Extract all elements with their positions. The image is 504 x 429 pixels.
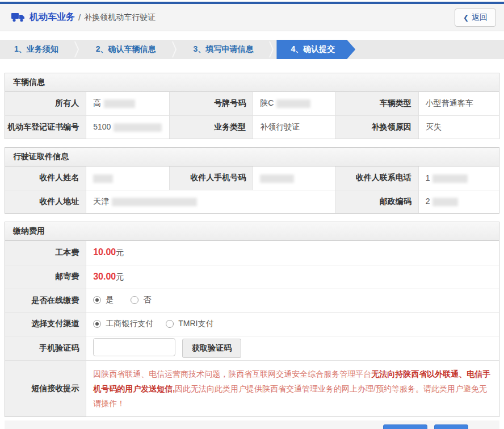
app-title: 机动车业务 (30, 11, 75, 23)
step-separator-icon (170, 40, 179, 59)
table-row: 所有人 高 号牌号码 陕C 车辆类型 小型普通客车 (5, 92, 499, 115)
table-row: 短信接收提示 因陕西省联通、电信运营商技术问题，陕西省互联网交通安全综合服务管理… (5, 360, 499, 416)
step-separator-icon (267, 40, 276, 59)
redacted-value (112, 198, 197, 206)
truck-icon (11, 12, 25, 23)
postage-fee-amount: 30.00 (93, 272, 116, 281)
business-type-label: 业务类型 (170, 115, 253, 139)
plate-number-value: 陕C (253, 92, 335, 115)
channel-icbc-label: 工商银行支付 (106, 319, 153, 329)
vehicle-info-table: 所有人 高 号牌号码 陕C 车辆类型 小型普通客车 机动车登记证书编号 5100… (5, 92, 499, 139)
table-row: 是否在线缴费 是 否 (5, 289, 499, 312)
postage-fee-label: 邮寄费 (5, 265, 86, 289)
work-fee-amount: 10.00 (93, 247, 116, 257)
delivery-info-title: 行驶证取件信息 (5, 148, 499, 166)
postcode-value: 2 (418, 190, 499, 213)
recipient-name-value (86, 166, 170, 190)
redacted-value (432, 174, 468, 183)
recipient-address-value: 天津 (86, 190, 335, 213)
online-pay-no-label: 否 (143, 295, 151, 305)
notice-text-part1: 因陕西省联通、电信运营商技术问题，陕西省互联网交通安全综合服务管理平台 (93, 369, 371, 378)
postcode-label: 邮政编码 (335, 190, 418, 213)
back-button[interactable]: ❮ 返回 (455, 9, 496, 27)
redacted-value (104, 99, 135, 108)
pay-channel-label: 选择支付渠道 (5, 312, 86, 336)
get-code-button[interactable]: 获取验证码 (182, 339, 241, 358)
page-header: 机动车业务 / 补换领机动车行驶证 ❮ 返回 (0, 4, 504, 31)
online-pay-yes-radio[interactable]: 是 (93, 295, 114, 305)
fee-unit: 元 (116, 248, 124, 257)
payment-table: 工本费 10.00元 邮寄费 30.00元 是否在线缴费 是 (5, 241, 499, 416)
page-title: 补换领机动车行驶证 (84, 13, 156, 23)
previous-step-button[interactable]: 上一步 (383, 424, 427, 429)
channel-tmri-radio[interactable]: TMRI支付 (166, 319, 213, 329)
breadcrumb-separator: / (78, 13, 81, 22)
channel-tmri-label: TMRI支付 (178, 319, 213, 329)
step-4-confirm-submit[interactable]: 4、确认提交 (276, 40, 355, 59)
recipient-name-label: 收件人姓名 (5, 166, 86, 190)
vehicle-type-value: 小型普通客车 (418, 92, 499, 115)
online-pay-label: 是否在线缴费 (5, 289, 86, 312)
sms-notice-text: 因陕西省联通、电信运营商技术问题，陕西省互联网交通安全综合服务管理平台无法向持陕… (86, 360, 499, 416)
table-row: 手机验证码 获取验证码 (5, 336, 499, 360)
radio-unchecked-icon (131, 296, 138, 304)
work-fee-value: 10.00元 (86, 241, 499, 265)
redacted-value (276, 99, 310, 108)
step-3-label: 3、填写申请信息 (194, 44, 254, 55)
delivery-info-table: 收件人姓名 收件人手机号码 收件人联系电话 1 收件人地址 天津 邮政编码 2 (5, 166, 499, 213)
footer-action-bar: 上一步 完成 (5, 420, 499, 429)
radio-checked-icon (93, 320, 101, 328)
recipient-mobile-value (253, 166, 335, 190)
register-cert-label: 机动车登记证书编号 (5, 115, 86, 139)
online-pay-yes-label: 是 (106, 295, 114, 305)
redacted-value (93, 174, 113, 183)
step-4-label: 4、确认提交 (291, 44, 335, 55)
step-separator-icon (73, 40, 82, 59)
owner-label: 所有人 (5, 92, 86, 115)
replace-reason-label: 补换领原因 (335, 115, 418, 139)
step-1-label: 1、业务须知 (14, 44, 58, 55)
step-2-label: 2、确认车辆信息 (96, 44, 156, 55)
sms-code-input[interactable] (93, 338, 175, 356)
table-row: 机动车登记证书编号 5100 业务类型 补领行驶证 补换领原因 灭失 (5, 115, 499, 139)
table-row: 收件人地址 天津 邮政编码 2 (5, 190, 499, 213)
finish-button[interactable]: 完成 (434, 424, 468, 429)
online-pay-no-radio[interactable]: 否 (131, 295, 151, 305)
table-row: 工本费 10.00元 (5, 241, 499, 265)
register-cert-value: 5100 (86, 115, 170, 139)
vehicle-type-label: 车辆类型 (335, 92, 418, 115)
step-3-fill-application[interactable]: 3、填写申请信息 (179, 40, 268, 59)
table-row: 邮寄费 30.00元 (5, 265, 499, 289)
radio-checked-icon (93, 296, 101, 304)
payment-title: 缴纳费用 (5, 222, 499, 241)
postage-fee-value: 30.00元 (86, 265, 499, 289)
business-type-value: 补领行驶证 (253, 115, 335, 139)
step-2-confirm-vehicle[interactable]: 2、确认车辆信息 (82, 40, 170, 59)
online-pay-options: 是 否 (86, 289, 499, 312)
redacted-value (114, 123, 162, 132)
table-row: 收件人姓名 收件人手机号码 收件人联系电话 1 (5, 166, 499, 190)
replace-reason-value: 灭失 (418, 115, 499, 139)
fee-unit: 元 (116, 272, 124, 281)
work-fee-label: 工本费 (5, 241, 86, 265)
step-wizard: 1、业务须知 2、确认车辆信息 3、填写申请信息 4、确认提交 (0, 40, 504, 59)
sms-code-field: 获取验证码 (86, 336, 499, 360)
step-1-business-notice[interactable]: 1、业务须知 (0, 40, 73, 59)
recipient-phone-value: 1 (418, 166, 499, 190)
sms-notice-label: 短信接收提示 (5, 360, 86, 416)
redacted-value (260, 174, 294, 183)
table-row: 选择支付渠道 工商银行支付 TMRI支付 (5, 312, 499, 336)
vehicle-info-title: 车辆信息 (5, 73, 499, 92)
redacted-value (432, 198, 458, 206)
channel-icbc-radio[interactable]: 工商银行支付 (93, 319, 153, 329)
recipient-mobile-label: 收件人手机号码 (170, 166, 253, 190)
chevron-left-icon: ❮ (463, 14, 469, 22)
pay-channel-options: 工商银行支付 TMRI支付 (86, 312, 499, 336)
payment-panel: 缴纳费用 工本费 10.00元 邮寄费 30.00元 是否在线缴费 是 (5, 222, 499, 417)
radio-unchecked-icon (166, 320, 174, 328)
plate-number-label: 号牌号码 (170, 92, 253, 115)
back-button-label: 返回 (472, 13, 488, 23)
vehicle-info-panel: 车辆信息 所有人 高 号牌号码 陕C 车辆类型 小型普通客车 机动车登记证书编号… (5, 73, 499, 139)
recipient-address-label: 收件人地址 (5, 190, 86, 213)
sms-code-label: 手机验证码 (5, 336, 86, 360)
